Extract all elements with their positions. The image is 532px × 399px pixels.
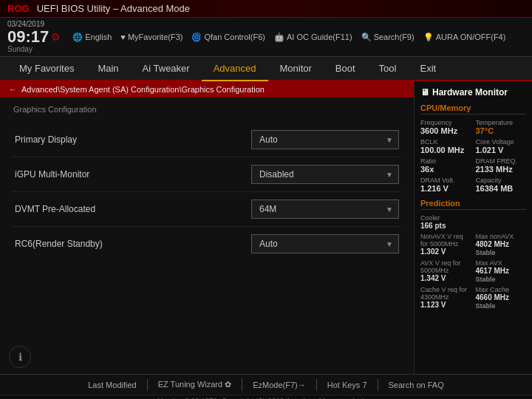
temperature-value: 37°C xyxy=(476,126,527,135)
capacity-label: Capacity xyxy=(476,177,527,184)
footer: Last Modified EZ Tuning Wizard ✿ EzMode(… xyxy=(0,374,532,395)
capacity-value: 16384 MB xyxy=(476,184,527,193)
primary-display-select-wrapper: Auto CPU Graphics PCIE PCI ▼ xyxy=(251,130,399,149)
info-bar: 03/24/2019 09:17 ⚙ Sunday 🌐 English ♥ My… xyxy=(0,18,532,57)
nav-advanced[interactable]: Advanced xyxy=(202,57,268,81)
nav-boot[interactable]: Boot xyxy=(324,57,367,81)
frequency-label: Frequency xyxy=(420,119,471,126)
nav-menu: My Favorites Main Ai Tweaker Advanced Mo… xyxy=(0,57,532,81)
search-icon: 🔍 xyxy=(361,33,372,42)
capacity-item: Capacity 16384 MB xyxy=(476,177,527,193)
section-label: Graphics Configuration xyxy=(12,105,402,114)
pred-row-1: NonAVX V req for 5000MHz 1.302 V Max non… xyxy=(420,233,526,256)
pred-row-2: AVX V req for 5000MHz 1.342 V Max AVX 46… xyxy=(420,259,526,283)
cooler-row: Cooler 166 pts xyxy=(420,214,526,230)
left-content: ← Advanced\System Agent (SA) Configurati… xyxy=(0,81,414,374)
dram-volt-label: DRAM Volt. xyxy=(420,177,471,184)
dvmt-pre-allocated-select[interactable]: 32M 64M 96M 128M 256M 512M xyxy=(251,200,399,219)
breadcrumb: ← Advanced\System Agent (SA) Configurati… xyxy=(0,81,414,98)
avx-req-label: AVX V req for 5000MHz 1.342 V xyxy=(420,259,471,283)
hardware-monitor-title: 🖥 Hardware Monitor xyxy=(420,87,526,98)
info-icon-glyph: ℹ xyxy=(18,351,22,363)
time-display: 09:17 xyxy=(7,29,49,45)
primary-display-label: Primary Display xyxy=(15,134,251,145)
favorites-label: MyFavorite(F3) xyxy=(128,33,183,41)
prediction-section-title: Prediction xyxy=(420,199,526,210)
ratio-item: Ratio 36x xyxy=(420,157,471,174)
footer-ez-tuning[interactable]: EZ Tuning Wizard ✿ xyxy=(148,378,242,391)
pred-row-3: Cache V req for 4300MHz 1.123 V Max Cach… xyxy=(420,286,526,310)
rc6-render-standby-select[interactable]: Auto Disabled Enabled xyxy=(251,234,399,253)
nav-exit[interactable]: Exit xyxy=(408,57,448,81)
nav-main[interactable]: Main xyxy=(86,57,130,81)
dram-freq-item: DRAM FREQ. 2133 MHz xyxy=(476,157,527,174)
cooler-value: 166 pts xyxy=(420,222,526,230)
aura-icon: 💡 xyxy=(423,33,434,42)
core-voltage-value: 1.021 V xyxy=(476,146,527,154)
bios-title: UEFI BIOS Utility – Advanced Mode xyxy=(37,3,190,14)
nav-my-favorites[interactable]: My Favorites xyxy=(7,57,86,81)
info-icon-button[interactable]: ℹ xyxy=(9,346,31,368)
footer-hot-keys[interactable]: Hot Keys 7 xyxy=(317,379,378,391)
info-item-aioc[interactable]: 🤖 AI OC Guide(F11) xyxy=(274,33,352,42)
search-label: Search(F9) xyxy=(374,33,415,41)
aioc-label: AI OC Guide(F11) xyxy=(287,33,352,41)
dvmt-pre-allocated-row: DVMT Pre-Allocated 32M 64M 96M 128M 256M… xyxy=(12,192,402,227)
rc6-render-standby-row: RC6(Render Standby) Auto Disabled Enable… xyxy=(12,227,402,261)
title-bar: ROG UEFI BIOS Utility – Advanced Mode xyxy=(0,0,532,18)
hardware-monitor-panel: 🖥 Hardware Monitor CPU/Memory Frequency … xyxy=(414,81,532,374)
bclk-label: BCLK xyxy=(420,138,471,146)
igpu-multi-monitor-select-wrapper: Disabled Enabled ▼ xyxy=(251,165,399,184)
cpu-memory-grid: Frequency 3600 MHz Temperature 37°C BCLK… xyxy=(420,119,526,193)
primary-display-row: Primary Display Auto CPU Graphics PCIE P… xyxy=(12,123,402,157)
core-voltage-item: Core Voltage 1.021 V xyxy=(476,138,527,154)
frequency-item: Frequency 3600 MHz xyxy=(420,119,471,135)
info-item-language[interactable]: 🌐 English xyxy=(72,33,112,42)
temperature-label: Temperature xyxy=(476,119,527,126)
config-panel: Graphics Configuration Primary Display A… xyxy=(0,98,414,268)
footer-ez-mode[interactable]: EzMode(F7)→ xyxy=(242,379,317,391)
back-arrow-icon[interactable]: ← xyxy=(9,85,17,94)
dvmt-select-wrapper: 32M 64M 96M 128M 256M 512M ▼ xyxy=(251,200,399,219)
bclk-item: BCLK 100.00 MHz xyxy=(420,138,471,154)
primary-display-select[interactable]: Auto CPU Graphics PCIE PCI xyxy=(251,130,399,149)
info-item-favorites[interactable]: ♥ MyFavorite(F3) xyxy=(120,33,183,41)
cooler-label: Cooler xyxy=(420,214,526,222)
max-cache-item: Max Cache 4660 MHzStable xyxy=(476,286,527,310)
dram-freq-label: DRAM FREQ. xyxy=(476,157,527,165)
igpu-multi-monitor-row: iGPU Multi-Monitor Disabled Enabled ▼ xyxy=(12,157,402,192)
core-voltage-label: Core Voltage xyxy=(476,138,527,146)
monitor-icon: 🖥 xyxy=(420,87,429,98)
dram-volt-value: 1.216 V xyxy=(420,184,471,193)
ratio-value: 36x xyxy=(420,165,471,174)
datetime: 03/24/2019 09:17 ⚙ Sunday xyxy=(7,20,61,54)
settings-gear-icon[interactable]: ⚙ xyxy=(51,31,61,44)
footer-search-faq[interactable]: Search on FAQ xyxy=(378,379,454,391)
bclk-value: 100.00 MHz xyxy=(420,146,471,154)
max-nonavx-item: Max nonAVX 4802 MHzStable xyxy=(476,233,527,256)
info-item-qfan[interactable]: 🌀 Qfan Control(F6) xyxy=(191,33,265,42)
max-avx-item: Max AVX 4617 MHzStable xyxy=(476,259,527,283)
nav-ai-tweaker[interactable]: Ai Tweaker xyxy=(131,57,202,81)
footer-last-modified[interactable]: Last Modified xyxy=(78,379,147,391)
language-label: English xyxy=(85,33,112,41)
nav-tool[interactable]: Tool xyxy=(367,57,409,81)
main-layout: ← Advanced\System Agent (SA) Configurati… xyxy=(0,81,532,374)
cache-req-label: Cache V req for 4300MHz 1.123 V xyxy=(420,286,471,310)
frequency-value: 3600 MHz xyxy=(420,126,471,135)
version-bar: Version 2.20.1271. Copyright (C) 2019 Am… xyxy=(0,395,532,399)
nav-monitor[interactable]: Monitor xyxy=(268,57,324,81)
ratio-label: Ratio xyxy=(420,157,471,165)
info-item-aura[interactable]: 💡 AURA ON/OFF(F4) xyxy=(423,33,506,42)
nonavx-req-label: NonAVX V req for 5000MHz 1.302 V xyxy=(420,233,471,256)
igpu-multi-monitor-label: iGPU Multi-Monitor xyxy=(15,169,251,180)
rc6-render-standby-label: RC6(Render Standby) xyxy=(15,239,251,249)
rc6-select-wrapper: Auto Disabled Enabled ▼ xyxy=(251,234,399,253)
day-display: Sunday xyxy=(7,45,61,54)
igpu-multi-monitor-select[interactable]: Disabled Enabled xyxy=(251,165,399,184)
aura-label: AURA ON/OFF(F4) xyxy=(436,33,506,41)
info-item-search[interactable]: 🔍 Search(F9) xyxy=(361,33,415,42)
dvmt-pre-allocated-label: DVMT Pre-Allocated xyxy=(15,204,251,214)
rog-logo: ROG xyxy=(7,3,30,14)
temperature-item: Temperature 37°C xyxy=(476,119,527,135)
